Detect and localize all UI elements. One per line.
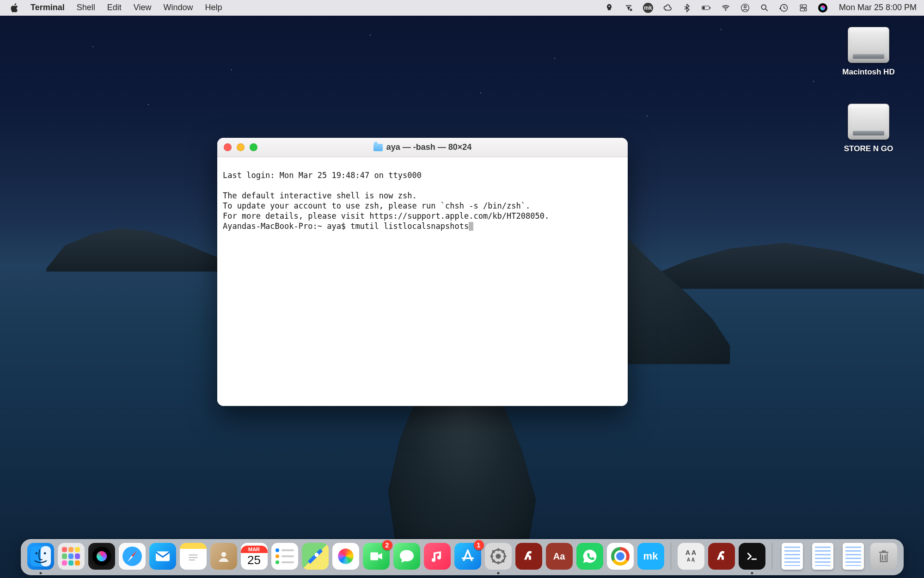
spotlight-icon[interactable] xyxy=(759,3,770,13)
dock-facetime[interactable]: 2 xyxy=(363,543,390,570)
dock-contacts[interactable] xyxy=(210,543,237,570)
rocket-icon[interactable] xyxy=(604,3,614,13)
dock-separator xyxy=(671,543,671,570)
mk-menu-icon[interactable]: mk xyxy=(643,3,653,13)
dock-siri[interactable] xyxy=(88,543,115,570)
svg-rect-11 xyxy=(800,8,806,11)
svg-point-13 xyxy=(804,9,805,10)
bluetooth-icon[interactable] xyxy=(682,3,692,13)
svg-point-20 xyxy=(314,553,318,557)
terminal-window[interactable]: aya — -bash — 80×24 Last login: Mon Mar … xyxy=(217,138,628,406)
badge: 2 xyxy=(382,540,392,550)
terminal-line: Last login: Mon Mar 25 19:48:47 on ttys0… xyxy=(223,171,422,180)
reminders-icon xyxy=(275,547,294,566)
terminal-line: For more details, please visit https://s… xyxy=(223,211,549,221)
drive-label: STORE N GO xyxy=(841,144,896,154)
menu-edit[interactable]: Edit xyxy=(107,3,122,12)
terminal-line: The default interactive shell is now zsh… xyxy=(223,191,417,200)
wifi-icon[interactable] xyxy=(721,3,731,13)
folder-icon xyxy=(373,144,383,151)
svg-point-5 xyxy=(725,9,727,11)
badge: 1 xyxy=(474,540,484,550)
dock-dictionary[interactable]: Aa xyxy=(546,543,573,570)
menu-view[interactable]: View xyxy=(134,3,152,12)
siri-menu-icon[interactable] xyxy=(818,3,828,13)
dock-flash-2[interactable] xyxy=(708,543,735,570)
dock-separator xyxy=(772,543,772,570)
menu-shell[interactable]: Shell xyxy=(77,3,95,12)
battery-icon[interactable] xyxy=(701,3,711,13)
document-icon xyxy=(843,543,864,570)
dock-document-3[interactable] xyxy=(840,543,867,570)
terminal-cursor xyxy=(469,222,473,231)
dock-messages[interactable] xyxy=(393,543,420,570)
creativecloud-icon[interactable] xyxy=(662,3,673,13)
dock-chrome[interactable] xyxy=(607,543,634,570)
menu-app-name[interactable]: Terminal xyxy=(31,3,65,12)
svg-point-17 xyxy=(43,552,46,554)
dock-mk[interactable]: mk xyxy=(637,543,664,570)
window-minimize-button[interactable] xyxy=(237,143,245,151)
terminal-prompt: Ayandas-MacBook-Pro:~ aya$ xyxy=(223,221,350,231)
dock-finder[interactable] xyxy=(27,543,54,570)
terminal-prompt-line: Ayandas-MacBook-Pro:~ aya$ tmutil listlo… xyxy=(223,221,473,231)
siri-icon xyxy=(92,547,111,566)
window-close-button[interactable] xyxy=(224,143,232,151)
dock-fontbook[interactable]: A AA Ą xyxy=(678,543,704,570)
window-titlebar[interactable]: aya — -bash — 80×24 xyxy=(217,138,628,157)
textreplace-icon[interactable]: ! xyxy=(624,3,634,13)
chrome-icon xyxy=(611,547,630,566)
desktop-drive-store-n-go[interactable]: STORE N GO xyxy=(841,104,896,154)
dock-reminders[interactable] xyxy=(271,543,298,570)
dock-calendar[interactable]: MAR 25 xyxy=(241,543,268,570)
dock-music[interactable] xyxy=(424,543,451,570)
dock-appstore[interactable]: 1 xyxy=(454,543,481,570)
terminal-content[interactable]: Last login: Mon Mar 25 19:48:47 on ttys0… xyxy=(217,157,628,406)
svg-point-16 xyxy=(35,552,37,554)
dock: MAR 25 2 1 Aa xyxy=(21,539,904,575)
dock-photos[interactable] xyxy=(332,543,359,570)
user-fastswitch-icon[interactable] xyxy=(740,3,750,13)
window-title-text: aya — -bash — 80×24 xyxy=(386,142,472,152)
terminal-line: To update your account to use zsh, pleas… xyxy=(223,201,530,210)
menu-help[interactable]: Help xyxy=(205,3,222,12)
document-icon xyxy=(812,543,833,570)
dock-document-2[interactable] xyxy=(809,543,836,570)
external-drive-icon xyxy=(848,104,889,140)
window-zoom-button[interactable] xyxy=(250,143,257,151)
timemachine-icon[interactable] xyxy=(779,3,789,13)
svg-point-19 xyxy=(221,552,226,557)
dock-notes[interactable] xyxy=(180,543,207,570)
window-title: aya — -bash — 80×24 xyxy=(217,142,628,152)
dock-launchpad[interactable] xyxy=(58,543,85,570)
svg-rect-4 xyxy=(703,6,705,9)
dock-maps[interactable] xyxy=(302,543,329,570)
apple-menu[interactable] xyxy=(10,3,18,12)
safari-icon xyxy=(122,547,142,566)
dock-terminal[interactable] xyxy=(739,543,765,570)
launchpad-icon xyxy=(62,547,80,566)
menubar-clock[interactable]: Mon Mar 25 8:00 PM xyxy=(839,3,917,12)
dock-mail[interactable] xyxy=(149,543,176,570)
dock-settings[interactable] xyxy=(485,543,512,570)
controlstrip-icon[interactable] xyxy=(798,3,808,13)
svg-point-23 xyxy=(496,553,501,559)
svg-text:!: ! xyxy=(630,8,631,11)
dock-flash[interactable] xyxy=(515,543,542,570)
drive-label: Macintosh HD xyxy=(841,68,896,77)
running-indicator xyxy=(497,572,499,574)
window-traffic-lights xyxy=(224,143,257,151)
svg-point-7 xyxy=(744,6,746,8)
dock-whatsapp[interactable] xyxy=(576,543,603,570)
svg-rect-10 xyxy=(800,5,806,7)
photos-icon xyxy=(337,547,355,566)
dock-safari[interactable] xyxy=(119,543,146,570)
desktop-drive-macintosh-hd[interactable]: Macintosh HD xyxy=(841,27,896,77)
dock-document-1[interactable] xyxy=(779,543,806,570)
svg-rect-15 xyxy=(41,546,51,566)
dock-trash[interactable] xyxy=(870,543,897,570)
running-indicator xyxy=(751,572,753,574)
svg-rect-3 xyxy=(710,7,710,9)
svg-point-12 xyxy=(802,5,803,6)
menu-window[interactable]: Window xyxy=(163,3,193,12)
